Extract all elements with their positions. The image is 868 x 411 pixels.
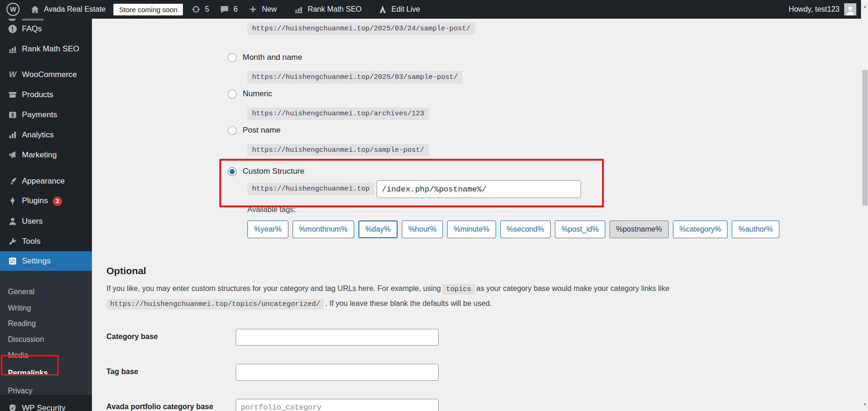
plus-icon <box>248 4 258 14</box>
custom-structure-input[interactable] <box>377 180 581 198</box>
category-base-label: Category base <box>106 333 158 341</box>
appearance-brush-icon <box>7 176 18 186</box>
scrollbar-down-arrow[interactable]: ▼ <box>861 401 868 409</box>
new-menu-item[interactable]: New <box>243 0 282 19</box>
sidebar-item-marketing[interactable]: Marketing <box>0 145 92 165</box>
sidebar-item-label: Payments <box>22 110 57 120</box>
tag-button-year[interactable]: %year% <box>247 220 288 238</box>
analytics-bars-icon <box>7 130 18 140</box>
wp-security-shield-icon <box>7 403 18 411</box>
site-name: Avada Real Estate <box>44 5 105 14</box>
wordpress-logo-icon: W <box>7 3 20 16</box>
users-person-icon <box>7 216 18 227</box>
rank-math-icon <box>294 4 304 14</box>
post-name-radio[interactable] <box>228 126 237 135</box>
sidebar-item-woocommerce[interactable]: W WooCommerce <box>0 64 92 85</box>
sidebar-item-label: WooCommerce <box>22 70 77 79</box>
sidebar-item-users[interactable]: Users <box>0 211 92 231</box>
tag-button-minute[interactable]: %minute% <box>447 220 496 238</box>
edit-live-label: Edit Live <box>392 5 420 14</box>
sidebar-item-label: Users <box>22 217 42 226</box>
tools-wrench-icon <box>7 236 18 247</box>
submenu-item-privacy[interactable]: Privacy <box>0 383 92 399</box>
tag-button-post-id[interactable]: %post_id% <box>555 220 605 238</box>
plugins-count-badge: 3 <box>53 197 62 206</box>
payments-dollar-icon: $ <box>7 110 18 120</box>
avada-portfolio-category-base-input[interactable] <box>236 399 439 411</box>
sidebar-item-rank-math-seo[interactable]: Rank Math SEO <box>0 39 92 59</box>
tag-button-second[interactable]: %second% <box>500 220 551 238</box>
sidebar-item-label: Plugins3 <box>22 196 62 206</box>
woocommerce-icon: W <box>7 70 18 80</box>
option-label: Post name <box>243 126 280 135</box>
permalinks-annotation-box <box>1 355 59 376</box>
tag-button-author[interactable]: %author% <box>732 220 779 238</box>
sidebar-item-label: WP Security <box>22 404 65 411</box>
sidebar-item-plugins[interactable]: Plugins3 <box>0 191 92 211</box>
submenu-item-general[interactable]: General <box>0 284 92 300</box>
rank-math-chart-icon <box>7 44 18 54</box>
sidebar-item-tools[interactable]: Tools <box>0 231 92 251</box>
page-scrollbar: ▲ ▼ <box>861 0 868 411</box>
optional-description-line1: If you like, you may enter custom struct… <box>106 284 669 295</box>
month-and-name-radio[interactable] <box>228 53 237 62</box>
updates-menu-item[interactable]: 5 <box>186 0 214 19</box>
sidebar-item-label: Products <box>22 90 53 99</box>
new-label: New <box>262 5 277 14</box>
tag-base-input[interactable] <box>236 364 439 381</box>
submenu-item-reading[interactable]: Reading <box>0 316 92 332</box>
admin-bar: W Avada Real Estate Store coming soon 5 … <box>0 0 861 19</box>
settings-sliders-icon <box>7 256 18 266</box>
sidebar-item-label: Rank Math SEO <box>22 44 79 54</box>
sidebar-item-analytics[interactable]: Analytics <box>0 125 92 145</box>
plugins-plug-icon <box>7 196 18 206</box>
rank-math-label: Rank Math SEO <box>308 5 362 14</box>
tag-button-category[interactable]: %category% <box>673 220 728 238</box>
comments-count: 6 <box>233 5 238 14</box>
month-name-url-example: https://huishengchuanmei.top/2025/03/sam… <box>247 71 462 84</box>
avada-icon <box>378 4 388 14</box>
site-name-menu-item[interactable]: Avada Real Estate <box>25 0 111 19</box>
submenu-item-writing[interactable]: Writing <box>0 300 92 316</box>
wordpress-menu-item[interactable]: W <box>0 0 25 19</box>
permalinks-settings-content: https://huishengchuanmei.top/2025/03/24/… <box>92 19 861 411</box>
rank-math-menu-item[interactable]: Rank Math SEO <box>288 0 367 19</box>
post-name-url-example: https://huishengchuanmei.top/sample-post… <box>247 144 429 156</box>
edit-live-menu-item[interactable]: Edit Live <box>372 0 425 19</box>
category-base-input[interactable] <box>236 329 439 346</box>
sidebar-item-label: Tools <box>22 237 41 246</box>
optional-description-line2: https://huishengchuanmei.top/topics/unca… <box>106 299 492 310</box>
option-numeric: Numeric <box>228 89 272 99</box>
tag-button-day[interactable]: %day% <box>358 220 398 238</box>
numeric-radio[interactable] <box>228 90 237 99</box>
avatar[interactable] <box>844 3 856 15</box>
topics-code-chip: topics <box>442 284 475 295</box>
sidebar-item-label: Settings <box>22 256 50 266</box>
sidebar-item-settings[interactable]: Settings <box>0 251 92 271</box>
store-coming-soon-badge: Store coming soon <box>113 4 183 15</box>
tag-button-hour[interactable]: %hour% <box>402 220 443 238</box>
sidebar-item-label: Appearance <box>22 177 65 186</box>
marketing-megaphone-icon <box>7 150 18 160</box>
topics-url-code-chip: https://huishengchuanmei.top/topics/unca… <box>106 299 324 310</box>
sidebar-item-label: Analytics <box>22 130 54 140</box>
tag-button-postname[interactable]: %postname% <box>609 220 669 238</box>
sidebar-item-payments[interactable]: $ Payments <box>0 105 92 125</box>
sidebar-item-label: Marketing <box>22 150 57 160</box>
custom-structure-radio[interactable] <box>228 167 237 176</box>
exclamation-circle-icon <box>7 24 18 34</box>
products-box-icon <box>7 90 18 100</box>
tag-button-monthnum[interactable]: %monthnum% <box>293 220 354 238</box>
submenu-item-discussion[interactable]: Discussion <box>0 332 92 347</box>
scrollbar-thumb[interactable] <box>862 70 868 206</box>
sidebar-item-appearance[interactable]: Appearance <box>0 171 92 191</box>
sidebar-item-wp-security[interactable]: WP Security <box>0 398 92 411</box>
available-tags-row: %year% %monthnum% %day% %hour% %minute% … <box>247 220 779 238</box>
option-month-and-name: Month and name <box>228 52 302 63</box>
svg-text:$: $ <box>11 113 14 118</box>
howdy-label[interactable]: Howdy, test123 <box>789 5 840 14</box>
sidebar-item-products[interactable]: Products <box>0 85 92 105</box>
scrollbar-up-arrow[interactable]: ▲ <box>861 3 868 11</box>
comments-menu-item[interactable]: 6 <box>214 0 243 19</box>
sidebar-item-faqs[interactable]: FAQs <box>0 19 92 39</box>
